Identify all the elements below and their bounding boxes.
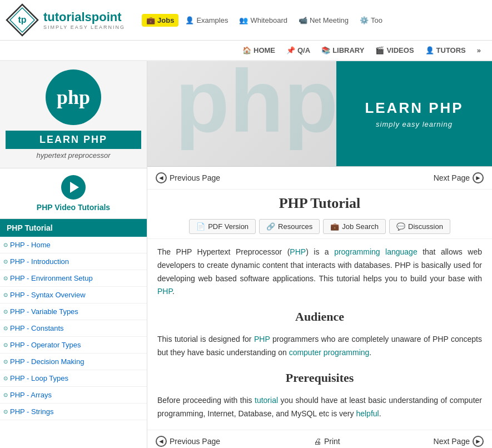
print-icon: 🖨 xyxy=(314,437,321,446)
list-item: ⊙ PHP - Arrays xyxy=(0,387,147,404)
pdf-version-btn[interactable]: 📄 PDF Version xyxy=(189,219,256,234)
nav-tutors[interactable]: 👤 TUTORS xyxy=(420,41,471,60)
bullet-icon: ⊙ xyxy=(3,325,8,331)
examples-icon: 👤 xyxy=(185,16,194,24)
nav-qa[interactable]: 📌 Q/A xyxy=(281,41,316,60)
pdf-label: PDF Version xyxy=(208,222,249,231)
bullet-icon: ⊙ xyxy=(3,392,8,398)
resources-btn[interactable]: 🔗 Resources xyxy=(259,219,320,234)
bottom-prev-label: Previous Page xyxy=(170,437,220,446)
php-content-banner: php LEARN PHP simply easy learning xyxy=(147,61,492,167)
job-search-label: Job Search xyxy=(342,222,379,231)
bullet-icon: ⊙ xyxy=(3,375,8,381)
nav-tools[interactable]: ⚙️ Too xyxy=(355,14,387,27)
sidebar-item-arrays[interactable]: ⊙ PHP - Arrays xyxy=(0,387,147,403)
netmeeting-icon: 📹 xyxy=(299,16,307,24)
list-item: ⊙ PHP - Loop Types xyxy=(0,370,147,387)
tutors-icon: 👤 xyxy=(425,46,434,54)
nav-home[interactable]: 🏠 HOME xyxy=(237,41,281,60)
sidebar-item-home[interactable]: ⊙ PHP - Home xyxy=(0,237,147,253)
pdf-icon: 📄 xyxy=(196,222,205,231)
menu-item-label: PHP - Environment Setup xyxy=(10,274,93,282)
list-item: ⊙ PHP - Introduction xyxy=(0,253,147,270)
sidebar-item-strings[interactable]: ⊙ PHP - Strings xyxy=(0,404,147,420)
sidebar-item-constants[interactable]: ⊙ PHP - Constants xyxy=(0,320,147,336)
list-item: ⊙ PHP - Decision Making xyxy=(0,354,147,370)
sidebar-item-introduction[interactable]: ⊙ PHP - Introduction xyxy=(0,253,147,270)
bullet-icon: ⊙ xyxy=(3,342,8,348)
prev-page-btn[interactable]: ◄ Previous Page xyxy=(156,172,220,183)
menu-item-label: PHP - Constants xyxy=(10,324,64,332)
job-search-icon: 💼 xyxy=(330,222,339,231)
bullet-icon: ⊙ xyxy=(3,258,8,265)
bullet-icon: ⊙ xyxy=(3,409,8,415)
banner-subtitle: simply easy learning xyxy=(353,120,475,128)
audience-heading: Audience xyxy=(147,305,492,326)
sidebar-section-title: PHP Tutorial xyxy=(0,219,147,237)
bullet-icon: ⊙ xyxy=(3,308,8,315)
hypertext-text: hypertext preprocessor xyxy=(6,151,141,160)
nav-more[interactable]: » xyxy=(471,41,486,60)
netmeeting-label: Net Meeting xyxy=(310,16,349,24)
resources-label: Resources xyxy=(278,222,312,231)
sidebar: php LEARN PHP hypertext preprocessor PHP… xyxy=(0,61,147,448)
job-search-btn[interactable]: 💼 Job Search xyxy=(323,219,386,234)
discussion-btn[interactable]: 💬 Discussion xyxy=(389,219,450,234)
computer-programming-link[interactable]: computer programming xyxy=(289,348,370,357)
nav-jobs[interactable]: 💼 Jobs xyxy=(142,14,178,27)
php-circle: php xyxy=(46,69,101,125)
print-label: Print xyxy=(324,437,340,446)
sidebar-item-operators[interactable]: ⊙ PHP - Operator Types xyxy=(0,337,147,353)
next-page-btn[interactable]: Next Page ► xyxy=(434,172,484,183)
page-nav-top: ◄ Previous Page Next Page ► xyxy=(147,167,492,190)
php-link[interactable]: PHP xyxy=(290,247,306,256)
print-btn[interactable]: 🖨 Print xyxy=(314,437,340,446)
learn-php-bar: LEARN PHP xyxy=(6,131,141,149)
whiteboard-icon: 👥 xyxy=(239,16,248,24)
videos-label: VIDEOS xyxy=(386,46,414,54)
bottom-prev-btn[interactable]: ◄ Previous Page xyxy=(156,436,220,447)
sidebar-item-environment[interactable]: ⊙ PHP - Environment Setup xyxy=(0,270,147,286)
nav-videos[interactable]: 🎬 VIDEOS xyxy=(370,41,419,60)
menu-item-label: PHP - Strings xyxy=(10,407,54,416)
tools-icon: ⚙️ xyxy=(360,16,369,24)
jobs-label: Jobs xyxy=(157,16,174,24)
sidebar-item-variables[interactable]: ⊙ PHP - Variable Types xyxy=(0,303,147,320)
prev-page-label: Previous Page xyxy=(170,173,220,182)
nav-examples[interactable]: 👤 Examples xyxy=(181,14,232,27)
play-button[interactable] xyxy=(61,175,86,200)
home-label: HOME xyxy=(254,46,275,54)
bottom-next-btn[interactable]: Next Page ► xyxy=(434,436,484,447)
nav-library[interactable]: 📚 LIBRARY xyxy=(316,41,370,60)
logo-icon: tp xyxy=(6,3,39,37)
php-link2[interactable]: PHP xyxy=(157,287,172,296)
video-section: PHP Video Tutorials xyxy=(0,168,147,219)
tutorial-link[interactable]: tutorial xyxy=(255,396,278,405)
resources-icon: 🔗 xyxy=(266,222,275,231)
helpful-link[interactable]: helpful xyxy=(356,409,379,418)
banner-title: LEARN PHP xyxy=(353,99,475,117)
nav-netmeeting[interactable]: 📹 Net Meeting xyxy=(294,14,353,27)
list-item: ⊙ PHP - Environment Setup xyxy=(0,270,147,287)
list-item: ⊙ PHP - Strings xyxy=(0,404,147,420)
tools-label: Too xyxy=(371,16,382,24)
intro-text: The PHP Hypertext Preprocessor (PHP) is … xyxy=(147,239,492,305)
sidebar-item-syntax[interactable]: ⊙ PHP - Syntax Overview xyxy=(0,287,147,303)
sidebar-item-loops[interactable]: ⊙ PHP - Loop Types xyxy=(0,370,147,386)
logo[interactable]: tp tutorialspoint SIMPLY EASY LEARNING xyxy=(6,3,125,37)
list-item: ⊙ PHP - Home xyxy=(0,237,147,253)
menu-item-label: PHP - Loop Types xyxy=(10,374,68,382)
bullet-icon: ⊙ xyxy=(3,359,8,365)
menu-item-label: PHP - Arrays xyxy=(10,391,52,399)
list-item: ⊙ PHP - Operator Types xyxy=(0,337,147,354)
tutors-label: TUTORS xyxy=(436,46,466,54)
programming-link[interactable]: programming language xyxy=(334,247,418,256)
php-link3[interactable]: PHP xyxy=(254,335,270,344)
nav-whiteboard[interactable]: 👥 Whiteboard xyxy=(235,14,291,27)
bottom-nav: ◄ Previous Page 🖨 Print Next Page ► xyxy=(147,430,492,448)
php-watermark: php xyxy=(175,61,338,152)
main-layout: php LEARN PHP hypertext preprocessor PHP… xyxy=(0,61,492,448)
bottom-prev-icon: ◄ xyxy=(156,436,167,447)
sidebar-item-decision[interactable]: ⊙ PHP - Decision Making xyxy=(0,354,147,370)
examples-label: Examples xyxy=(196,16,228,24)
